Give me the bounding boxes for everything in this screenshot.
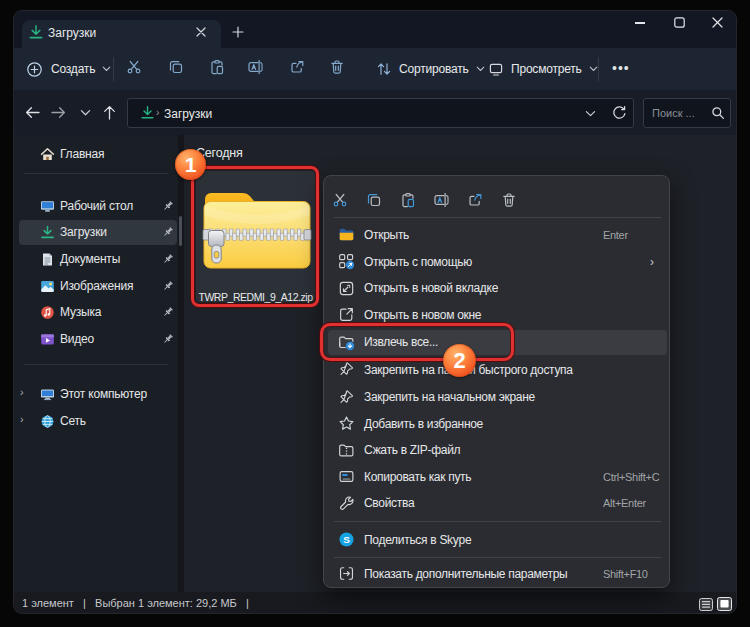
- svg-text:S: S: [343, 534, 350, 545]
